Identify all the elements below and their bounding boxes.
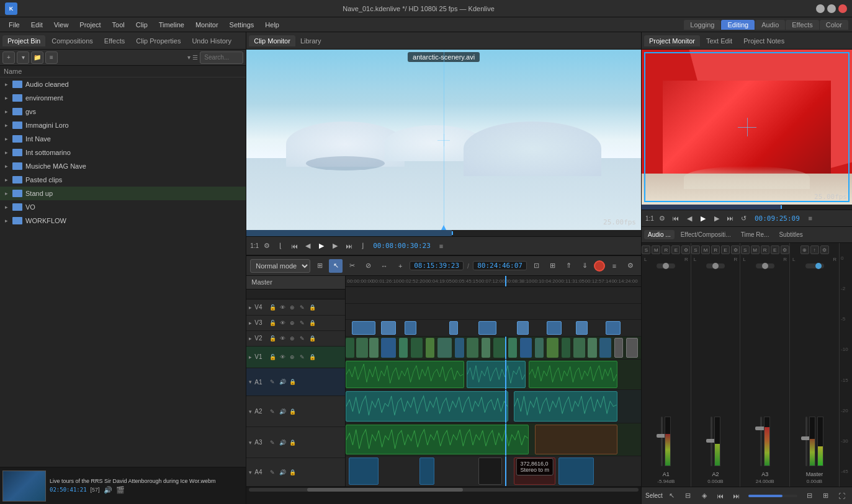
v1-clip-4[interactable]	[381, 338, 396, 358]
v2-clip-1[interactable]	[352, 321, 375, 335]
list-item[interactable]: ▸ Musiche MAG Nave	[0, 159, 246, 173]
v1-clip-11[interactable]	[482, 338, 490, 358]
bin-view-btn[interactable]: ▾	[17, 51, 29, 64]
a2-config-btn[interactable]: ⚙	[731, 245, 740, 254]
a4-lock-btn[interactable]: 🔒	[288, 468, 297, 477]
pm-prev-frame-btn[interactable]: ◀	[684, 213, 695, 224]
v3-expand-btn[interactable]: ▸	[249, 320, 252, 326]
a2-pan-knob[interactable]	[712, 263, 719, 269]
v1-clip-19[interactable]	[588, 338, 596, 358]
tab-editing[interactable]: Editing	[721, 20, 755, 30]
v4-edit-btn[interactable]: ✎	[298, 303, 307, 312]
a4-audio-clip-4[interactable]: 372,8616,0Stereo to m	[514, 458, 555, 485]
spacer-tool-btn[interactable]: ↔	[377, 259, 391, 273]
a3-lock-btn[interactable]: 🔒	[288, 438, 297, 447]
pm-settings-btn[interactable]: ⚙	[657, 213, 668, 224]
v1-clip-16[interactable]	[547, 338, 558, 358]
v1-clip-13[interactable]	[508, 338, 517, 358]
menu-tool[interactable]: Tool	[107, 20, 130, 30]
list-item[interactable]: ▸ gvs	[0, 105, 246, 118]
v1-clip-20[interactable]	[599, 338, 611, 358]
minimize-btn[interactable]	[816, 4, 825, 13]
pm-loop-btn[interactable]: ↺	[738, 213, 750, 224]
monitor-settings-btn[interactable]: ⚙	[261, 241, 272, 252]
fullscreen-toggle-btn[interactable]: ⛶	[835, 489, 848, 503]
v2-clip-4[interactable]	[449, 321, 458, 335]
monitor-menu-btn[interactable]: ≡	[436, 241, 447, 252]
v2-clip-8[interactable]	[576, 321, 588, 335]
a2-lock-btn[interactable]: 🔒	[288, 407, 297, 416]
timeline-timecode-in[interactable]: 08:15:39:23	[410, 261, 464, 270]
step-back-btn[interactable]: ⏮	[289, 241, 300, 252]
a2-effects-btn[interactable]: E	[721, 245, 730, 254]
list-item[interactable]: ▸ VO	[0, 200, 246, 214]
a1-audio-clip-2[interactable]	[467, 361, 526, 388]
mark-in-btn[interactable]: ⌊	[275, 241, 286, 252]
timeline-lower-btn[interactable]: ⇓	[578, 259, 591, 273]
timeline-settings-btn[interactable]: ⚙	[624, 259, 637, 273]
pm-menu-btn[interactable]: ≡	[805, 213, 816, 224]
v4-composite-btn[interactable]: ⊕	[288, 303, 297, 312]
add-clip-btn[interactable]: +	[393, 259, 407, 273]
tab-library[interactable]: Library	[295, 35, 326, 46]
v2-expand-btn[interactable]: ▸	[249, 335, 252, 342]
a4-edit-btn[interactable]: ✎	[268, 468, 277, 477]
v4-lock-btn[interactable]: 🔓	[268, 303, 277, 312]
tab-logging[interactable]: Logging	[684, 20, 720, 30]
timeline-raise-btn[interactable]: ⇑	[562, 259, 575, 273]
a4-mute-btn[interactable]: 🔊	[278, 468, 287, 477]
timeline-timecode-dur[interactable]: 80:24:46:07	[473, 261, 527, 270]
v1-lock2-btn[interactable]: 🔒	[308, 353, 316, 361]
v1-clip-3[interactable]	[369, 338, 378, 358]
bin-menu-btn[interactable]: ≡	[45, 51, 58, 64]
a1-lock-btn[interactable]: 🔒	[288, 378, 297, 386]
a4-audio-clip-2[interactable]	[419, 458, 434, 485]
a2-mute-channel-btn[interactable]: M	[701, 245, 710, 254]
a3-config-btn[interactable]: ⚙	[781, 245, 789, 254]
v1-clip-17[interactable]	[562, 338, 570, 358]
a1-audio-clip-3[interactable]	[529, 361, 617, 388]
menu-settings[interactable]: Settings	[225, 20, 259, 30]
next-frame-btn[interactable]: ▶	[330, 241, 341, 252]
master-btn2[interactable]: ↑	[810, 245, 819, 254]
zoom-out-btn[interactable]: ⊟	[802, 489, 816, 503]
a1-expand-btn[interactable]: ▾	[249, 379, 252, 385]
clip-monitor-video[interactable]: antarctic-scenery.avi 25.00fps	[246, 50, 641, 230]
v2-composite-btn[interactable]: ⊕	[288, 334, 297, 343]
v4-expand-btn[interactable]: ▸	[249, 304, 252, 311]
v1-clip-7[interactable]	[426, 338, 434, 358]
menu-clip[interactable]: Clip	[131, 20, 153, 30]
prev-marker-btn[interactable]: ⏮	[714, 489, 727, 503]
pm-next-frame-btn[interactable]: ▶	[711, 213, 722, 224]
razor-tool-btn[interactable]: ⊘	[361, 259, 375, 273]
snap-btn[interactable]: ⊞	[313, 259, 326, 273]
tab-compositions[interactable]: Compositions	[47, 35, 98, 46]
v2-clip-5[interactable]	[478, 321, 496, 335]
a3-mute-channel-btn[interactable]: M	[751, 245, 760, 254]
list-item[interactable]: ▸ Int sottomarino	[0, 146, 246, 159]
record-button[interactable]	[594, 260, 605, 272]
prev-frame-btn[interactable]: ◀	[302, 241, 313, 252]
v1-edit-btn[interactable]: ✎	[298, 353, 307, 361]
a1-edit-btn[interactable]: ✎	[268, 378, 277, 386]
v1-clip-18[interactable]	[573, 338, 585, 358]
list-item[interactable]: ▸ Int Nave	[0, 132, 246, 146]
timeline-zoom-fit-btn[interactable]: ⊡	[529, 259, 543, 273]
a1-audio-clip-1[interactable]	[346, 361, 464, 388]
timeline-overlay-btn[interactable]: ≡	[608, 259, 621, 273]
menu-timeline[interactable]: Timeline	[154, 20, 189, 30]
v2-clip-2[interactable]	[381, 321, 396, 335]
timeline-mode-select[interactable]: Normal mode	[250, 259, 310, 273]
v1-clip-5[interactable]	[399, 338, 408, 358]
master-pan-knob[interactable]	[815, 263, 822, 269]
tab-audio[interactable]: Audio	[755, 20, 785, 30]
v2-mute-btn[interactable]: 👁	[278, 334, 287, 343]
mixer-tab-effects[interactable]: Effect/Compositi...	[677, 230, 735, 239]
v1-clip-2[interactable]	[356, 338, 368, 358]
a4-expand-btn[interactable]: ▾	[249, 469, 252, 475]
list-item[interactable]: ▸ Pasted clips	[0, 173, 246, 187]
a2-expand-btn[interactable]: ▾	[249, 409, 252, 415]
v3-lock-btn[interactable]: 🔓	[268, 319, 277, 327]
tab-clip-properties[interactable]: Clip Properties	[131, 35, 186, 46]
list-item[interactable]: ▸ environment	[0, 91, 246, 105]
